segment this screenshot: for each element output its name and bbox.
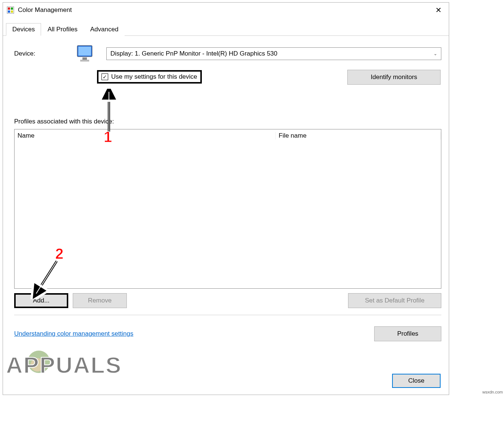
device-select[interactable]: Display: 1. Generic PnP Monitor - Intel(… (106, 47, 441, 60)
remove-button: Remove (73, 293, 127, 308)
use-my-settings-checkbox[interactable]: ✓ Use my settings for this device (97, 70, 202, 84)
svg-rect-6 (78, 47, 91, 56)
checkbox-label: Use my settings for this device (111, 73, 197, 81)
footer-row: Understanding color management settings … (14, 326, 441, 341)
tab-content: Device: Display: 1. Generic PnP Monitor … (3, 36, 449, 350)
profile-buttons-row: Add... Remove Set as Default Profile (14, 293, 441, 308)
col-filename-header[interactable]: File name (276, 132, 441, 139)
device-row: Device: Display: 1. Generic PnP Monitor … (14, 45, 441, 63)
monitor-icon (76, 45, 95, 63)
svg-rect-1 (8, 7, 10, 10)
help-link[interactable]: Understanding color management settings (14, 330, 133, 338)
col-name-header[interactable]: Name (15, 132, 276, 139)
tab-advanced[interactable]: Advanced (84, 23, 125, 36)
close-button[interactable]: Close (392, 374, 441, 388)
svg-rect-8 (80, 60, 89, 62)
svg-rect-4 (11, 10, 13, 13)
titlebar: Color Management ✕ (3, 3, 449, 18)
device-select-value: Display: 1. Generic PnP Monitor - Intel(… (110, 50, 278, 57)
set-default-profile-button: Set as Default Profile (348, 293, 441, 308)
close-icon: ✕ (435, 6, 442, 15)
divider (14, 315, 441, 315)
svg-rect-3 (8, 10, 10, 13)
tab-devices[interactable]: Devices (6, 23, 41, 36)
watermark-site: wsxdn.com (482, 390, 503, 394)
svg-rect-7 (82, 57, 87, 60)
check-icon: ✓ (103, 74, 107, 80)
list-header: Name File name (15, 129, 441, 142)
identify-monitors-button[interactable]: Identify monitors (347, 70, 441, 85)
chevron-down-icon: ⌄ (433, 51, 437, 56)
profiles-list[interactable]: Name File name (14, 129, 441, 289)
color-management-window: Color Management ✕ Devices All Profiles … (3, 2, 449, 395)
add-button[interactable]: Add... (14, 293, 68, 308)
window-title: Color Management (18, 6, 72, 14)
svg-rect-2 (11, 7, 13, 10)
tab-all-profiles[interactable]: All Profiles (41, 23, 84, 36)
close-window-button[interactable]: ✕ (431, 4, 446, 16)
tabstrip: Devices All Profiles Advanced (3, 23, 449, 36)
app-icon (7, 6, 14, 14)
profiles-button[interactable]: Profiles (374, 326, 441, 341)
profiles-label: Profiles associated with this device: (14, 118, 441, 125)
checkbox-box: ✓ (101, 73, 108, 80)
device-label: Device: (14, 50, 65, 57)
